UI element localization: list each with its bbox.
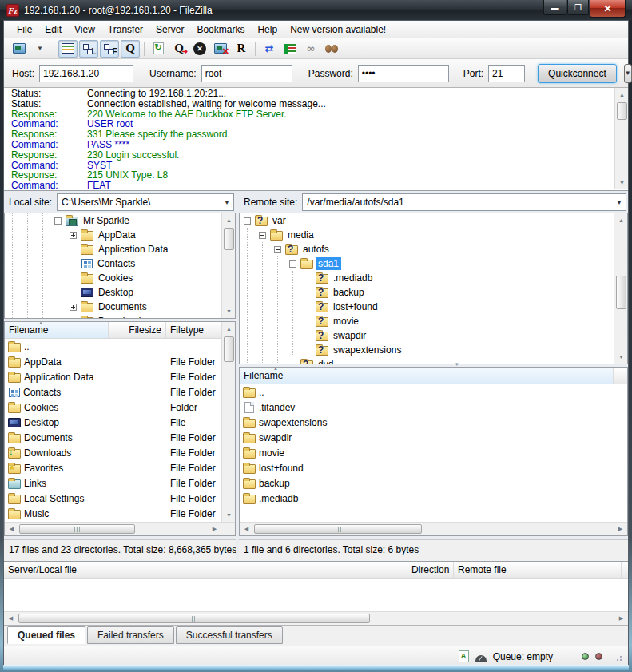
tree-collapse-icon[interactable] [54, 217, 62, 225]
queue-column-remote-file[interactable]: Remote file [454, 562, 622, 578]
file-row-desktop[interactable]: DesktopFile [5, 415, 235, 430]
tree-collapse-icon[interactable] [289, 260, 296, 268]
menu-item-transfer[interactable]: Transfer [101, 22, 149, 37]
file-row-downloads[interactable]: DownloadsFile Folder [5, 445, 235, 460]
file-row-cookies[interactable]: CookiesFolder [5, 400, 235, 415]
local-path-combo[interactable]: C:\Users\Mr Sparkle\ ▼ [57, 193, 234, 211]
file-row-contacts[interactable]: ContactsFile Folder [5, 384, 235, 400]
file-row-swapextensions[interactable]: swapextensions [240, 415, 627, 430]
tab-successful-transfers[interactable]: Successful transfers [176, 626, 283, 644]
tree-item-backup[interactable]: backup [240, 285, 627, 300]
transfer-queue[interactable]: Server/Local fileDirectionRemote file ◀ … [4, 561, 628, 626]
password-input[interactable] [358, 65, 449, 82]
message-log[interactable]: Status:Connecting to 192.168.1.20:21...S… [4, 88, 628, 191]
file-row-lost-found[interactable]: lost+found [240, 460, 627, 475]
title-bar[interactable]: Fz 192.168.1.20 - root@192.168.1.20 - Fi… [0, 0, 632, 20]
splitter-collapse-icon[interactable]: ▾ [455, 361, 459, 368]
tree-item-swapextensions[interactable]: swapextensions [240, 343, 627, 357]
reconnect-icon[interactable]: R [232, 40, 251, 58]
quickconnect-button[interactable]: Quickconnect [538, 64, 617, 83]
toggle-message-log-icon[interactable] [58, 40, 78, 58]
remote-tree[interactable]: varmediaautofssda1.mediadbbackuplost+fou… [239, 213, 628, 364]
menu-item-new-version-available[interactable]: New version available! [284, 22, 392, 37]
file-row-links[interactable]: LinksFile Folder [5, 475, 235, 491]
remote-tree-vscrollbar[interactable]: ▲ ▼ [614, 213, 627, 364]
column-header-filetype[interactable]: Filetype [166, 322, 222, 338]
log-vscrollbar[interactable]: ▲ ▼ [614, 88, 628, 189]
tree-item-mr-sparkle[interactable]: Mr Sparkle [5, 213, 235, 228]
tree-item-cookies[interactable]: Cookies [5, 271, 235, 285]
filelist-filter-icon[interactable] [280, 40, 300, 58]
tree-item-documents[interactable]: Documents [5, 300, 235, 314]
column-header-filesize[interactable]: Filesize [109, 322, 166, 338]
tree-item-contacts[interactable]: Contacts [5, 256, 235, 271]
menu-item-help[interactable]: Help [251, 22, 284, 37]
tree-expand-icon[interactable] [70, 304, 77, 311]
column-header-filename[interactable]: Filename▲ [240, 368, 614, 384]
refresh-icon[interactable] [149, 40, 168, 58]
username-input[interactable] [201, 65, 292, 82]
local-list-hscrollbar[interactable]: ◀ ▶ [5, 522, 235, 535]
menu-item-file[interactable]: File [10, 22, 38, 37]
tree-item-swapdir[interactable]: swapdir [240, 328, 627, 343]
file-row--[interactable]: .. [240, 384, 627, 400]
local-list-vscrollbar[interactable]: ▲ ▼ [221, 322, 235, 522]
toggle-remote-tree-icon[interactable]: F [100, 40, 119, 58]
site-manager-icon[interactable] [10, 40, 29, 58]
chevron-down-icon[interactable]: ▼ [221, 199, 233, 206]
local-tree[interactable]: Mr SparkleAppDataApplication DataContact… [4, 213, 236, 319]
file-row-documents[interactable]: DocumentsFile Folder [5, 430, 235, 445]
local-tree-vscrollbar[interactable]: ▲ ▼ [221, 213, 235, 318]
tree-item-desktop[interactable]: Desktop [5, 285, 235, 300]
file-row--[interactable]: .. [5, 339, 235, 354]
tree-collapse-icon[interactable] [259, 232, 266, 239]
host-input[interactable] [39, 65, 133, 82]
file-row-application-data[interactable]: Application DataFile Folder [5, 369, 235, 384]
quickconnect-dropdown[interactable]: ▼ [624, 64, 632, 83]
tree-item-lost-found[interactable]: lost+found [240, 300, 627, 314]
tree-item-media[interactable]: media [240, 228, 627, 242]
tab-queued-files[interactable]: Queued files [7, 626, 85, 644]
resize-grip[interactable] [614, 653, 622, 661]
tree-item--mediadb[interactable]: .mediadb [240, 271, 627, 285]
menu-item-view[interactable]: View [68, 22, 101, 37]
queue-column-server-local-file[interactable]: Server/Local file [4, 562, 407, 578]
tree-expand-icon[interactable] [70, 318, 77, 320]
tree-item-appdata[interactable]: AppData [5, 228, 235, 242]
file-row--titandev[interactable]: .titandev [240, 400, 627, 415]
synchronized-browsing-icon[interactable]: ∞ [301, 40, 320, 58]
local-file-list[interactable]: Filename▲FilesizeFiletype ..AppDataFile … [4, 321, 236, 536]
tree-collapse-icon[interactable] [274, 246, 281, 253]
remote-path-combo[interactable]: /var/media/autofs/sda1 ▼ [302, 193, 626, 211]
tree-item-var[interactable]: var [240, 213, 627, 228]
chevron-down-icon[interactable]: ▼ [613, 199, 626, 206]
queue-column-direction[interactable]: Direction [407, 562, 454, 578]
toggle-local-tree-icon[interactable]: L [79, 40, 98, 58]
find-files-icon[interactable] [322, 40, 341, 58]
file-row-swapdir[interactable]: swapdir [240, 430, 627, 445]
process-queue-icon[interactable]: Q➜ [169, 40, 189, 58]
tree-collapse-icon[interactable] [244, 217, 251, 225]
queue-hscrollbar[interactable]: ◀ ▶ [4, 611, 628, 625]
file-row-backup[interactable]: backup [240, 475, 627, 491]
file-row-favorites[interactable]: FavoritesFile Folder [5, 460, 235, 475]
menu-item-server[interactable]: Server [149, 22, 190, 37]
file-row-movie[interactable]: movie [240, 445, 627, 460]
remote-list-hscrollbar[interactable]: ◀ ▶ [240, 522, 627, 535]
column-header-filename[interactable]: Filename▲ [5, 322, 109, 338]
file-row-appdata[interactable]: AppDataFile Folder [5, 354, 235, 369]
directory-comparison-icon[interactable]: ⇄ [260, 40, 279, 58]
minimize-button[interactable]: ▬ [543, 0, 566, 15]
menu-item-bookmarks[interactable]: Bookmarks [190, 22, 251, 37]
tree-item-downloads[interactable]: Downloads [5, 314, 235, 319]
tree-item-movie[interactable]: movie [240, 314, 627, 328]
tree-item-application-data[interactable]: Application Data [5, 242, 235, 256]
tree-expand-icon[interactable] [70, 232, 77, 239]
toggle-queue-icon[interactable]: Q [121, 40, 140, 58]
maximize-button[interactable]: ❐ [567, 0, 589, 15]
file-row--mediadb[interactable]: .mediadb [240, 491, 627, 506]
port-input[interactable] [488, 65, 525, 82]
remote-file-list[interactable]: Filename▲ ...titandevswapextensionsswapd… [239, 367, 628, 536]
cancel-icon[interactable]: ✕ [190, 40, 209, 58]
file-row-local-settings[interactable]: Local SettingsFile Folder [5, 491, 235, 506]
